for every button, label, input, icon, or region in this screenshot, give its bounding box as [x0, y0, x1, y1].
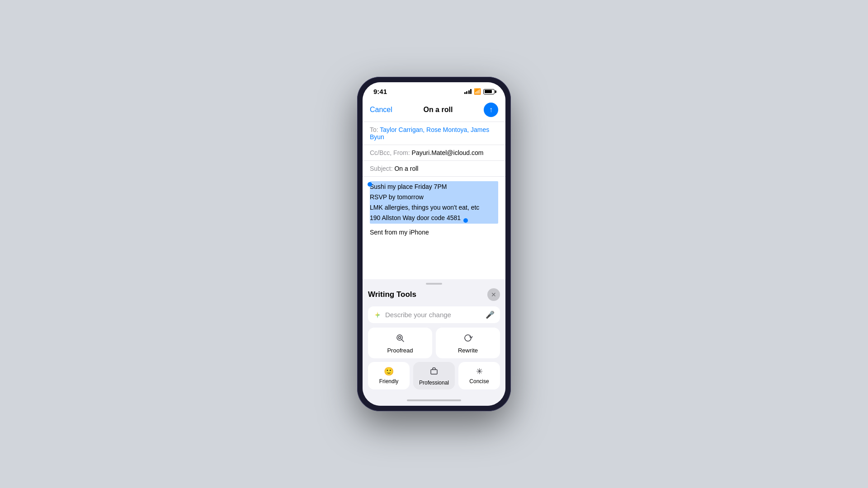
close-icon: ✕: [491, 291, 496, 298]
writing-tools-title: Writing Tools: [368, 290, 416, 299]
proofread-label: Proofread: [387, 347, 413, 354]
body-line-2: RSVP by tomorrow: [370, 192, 498, 202]
mail-compose-area: Cancel On a roll ↑ To: Taylor Carrigan, …: [363, 97, 505, 279]
body-line-3: LMK allergies, things you won't eat, etc: [370, 202, 498, 213]
writing-tools-header: Writing Tools ✕: [368, 286, 500, 306]
professional-button[interactable]: Professional: [413, 362, 455, 389]
body-line-1: Sushi my place Friday 7PM: [370, 182, 498, 192]
phone-frame: 9:41 📶 Cancel On a roll: [357, 77, 511, 411]
describe-change-input-row[interactable]: Describe your change 🎤: [368, 306, 500, 323]
phone-screen: 9:41 📶 Cancel On a roll: [363, 82, 505, 406]
signal-icon: [464, 89, 472, 94]
svg-line-1: [402, 340, 404, 342]
status-icons: 📶: [464, 88, 495, 95]
battery-icon: [483, 89, 495, 94]
wifi-icon: 📶: [474, 88, 481, 95]
svg-rect-3: [431, 370, 437, 374]
friendly-label: Friendly: [379, 378, 399, 385]
tone-tools-row: 🙂 Friendly Professional ✳ Concise: [368, 362, 500, 389]
subject-field[interactable]: Subject: On a roll: [363, 161, 505, 177]
body-line-4: 190 Allston Way door code 4581: [370, 214, 461, 221]
cc-label: Cc/Bcc, From:: [370, 149, 412, 156]
signature: Sent from my iPhone: [370, 227, 498, 238]
status-time: 9:41: [373, 88, 387, 95]
describe-change-placeholder: Describe your change: [385, 311, 482, 319]
rewrite-label: Rewrite: [458, 347, 478, 354]
subject-label: Subject:: [370, 165, 394, 172]
rewrite-icon: [463, 333, 473, 345]
writing-tools-close-button[interactable]: ✕: [487, 288, 500, 301]
mic-icon[interactable]: 🎤: [486, 310, 495, 319]
concise-button[interactable]: ✳ Concise: [458, 362, 500, 389]
svg-point-2: [399, 337, 401, 339]
concise-icon: ✳: [476, 366, 483, 376]
send-button[interactable]: ↑: [484, 103, 498, 117]
proofread-icon: [395, 333, 405, 345]
cc-value: Payuri.Matel@icloud.com: [412, 149, 484, 156]
send-icon: ↑: [489, 106, 493, 113]
body-line-4-wrapper: 190 Allston Way door code 4581: [370, 213, 498, 223]
sparkle-icon: [373, 311, 382, 319]
rewrite-button[interactable]: Rewrite: [436, 328, 500, 358]
proofread-button[interactable]: Proofread: [368, 328, 432, 358]
subject-value: On a roll: [394, 165, 418, 172]
writing-tools-panel: Writing Tools ✕: [363, 286, 505, 397]
primary-tools-row: Proofread Rewrite: [368, 328, 500, 358]
friendly-button[interactable]: 🙂 Friendly: [368, 362, 410, 389]
home-bar: [407, 399, 461, 401]
professional-icon: [429, 366, 439, 378]
cc-field[interactable]: Cc/Bcc, From: Payuri.Matel@icloud.com: [363, 145, 505, 161]
status-bar: 9:41 📶: [363, 82, 505, 97]
home-indicator-area: [363, 397, 505, 406]
compose-body[interactable]: Sushi my place Friday 7PM RSVP by tomorr…: [363, 177, 505, 279]
professional-label: Professional: [419, 380, 449, 386]
to-value: Taylor Carrigan, Rose Montoya, James Byu…: [370, 126, 489, 141]
selection-handle-right: [463, 218, 468, 223]
drag-handle-area: [363, 279, 505, 286]
concise-label: Concise: [469, 378, 489, 385]
selected-body-text: Sushi my place Friday 7PM RSVP by tomorr…: [370, 181, 498, 224]
compose-header: Cancel On a roll ↑: [363, 97, 505, 122]
drag-handle: [426, 283, 442, 285]
compose-title: On a roll: [423, 106, 453, 114]
cancel-button[interactable]: Cancel: [370, 106, 392, 114]
to-field[interactable]: To: Taylor Carrigan, Rose Montoya, James…: [363, 122, 505, 145]
friendly-icon: 🙂: [384, 366, 394, 376]
to-label: To:: [370, 126, 380, 133]
